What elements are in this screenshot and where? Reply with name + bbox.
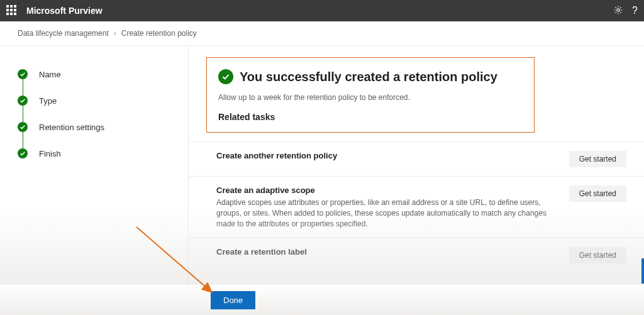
step-retention-settings[interactable]: Retention settings [18, 114, 188, 140]
topbar: Microsoft Purview ? [0, 0, 644, 21]
step-name[interactable]: Name [18, 61, 188, 87]
related-tasks-heading: Related tasks [218, 112, 523, 122]
chevron-right-icon: › [114, 29, 116, 38]
breadcrumb-item: Create retention policy [121, 29, 197, 38]
task-title: Create an adaptive scope [216, 185, 554, 195]
svg-point-0 [617, 8, 619, 11]
app-title: Microsoft Purview [26, 6, 103, 16]
task-title: Create another retention policy [216, 151, 554, 160]
gear-icon[interactable] [613, 5, 623, 17]
check-icon [18, 148, 28, 158]
breadcrumb-item[interactable]: Data lifecycle management [18, 29, 109, 38]
get-started-button[interactable]: Get started [569, 247, 626, 263]
main-panel: You successfully created a retention pol… [189, 46, 644, 285]
task-desc: Adaptive scopes use attributes or proper… [216, 197, 554, 229]
get-started-button[interactable]: Get started [569, 185, 626, 202]
footer: Done [0, 285, 644, 315]
get-started-button[interactable]: Get started [569, 151, 626, 167]
feedback-tab[interactable] [641, 258, 644, 284]
check-icon [18, 69, 28, 79]
check-icon [18, 122, 28, 132]
app-launcher-icon[interactable] [6, 5, 18, 16]
step-label: Type [39, 96, 57, 106]
wizard-steps: Name Type Retention settings Finish [0, 46, 189, 285]
success-check-icon [218, 69, 233, 84]
task-row: Create another retention policy Get star… [189, 141, 644, 176]
step-finish[interactable]: Finish [18, 140, 188, 167]
step-label: Retention settings [39, 123, 104, 132]
task-row: Create a retention label Get started [189, 238, 644, 272]
task-row: Create an adaptive scope Adaptive scopes… [189, 176, 644, 238]
check-icon [18, 96, 28, 106]
done-button[interactable]: Done [211, 291, 255, 309]
step-label: Finish [39, 149, 61, 158]
breadcrumb: Data lifecycle management › Create reten… [0, 21, 644, 46]
task-title: Create a retention label [216, 247, 554, 257]
step-type[interactable]: Type [18, 87, 188, 114]
step-label: Name [39, 70, 61, 79]
help-icon[interactable]: ? [632, 5, 638, 16]
success-callout: You successfully created a retention pol… [206, 57, 535, 133]
success-title: You successfully created a retention pol… [240, 70, 497, 84]
success-subtitle: Allow up to a week for the retention pol… [218, 93, 523, 102]
